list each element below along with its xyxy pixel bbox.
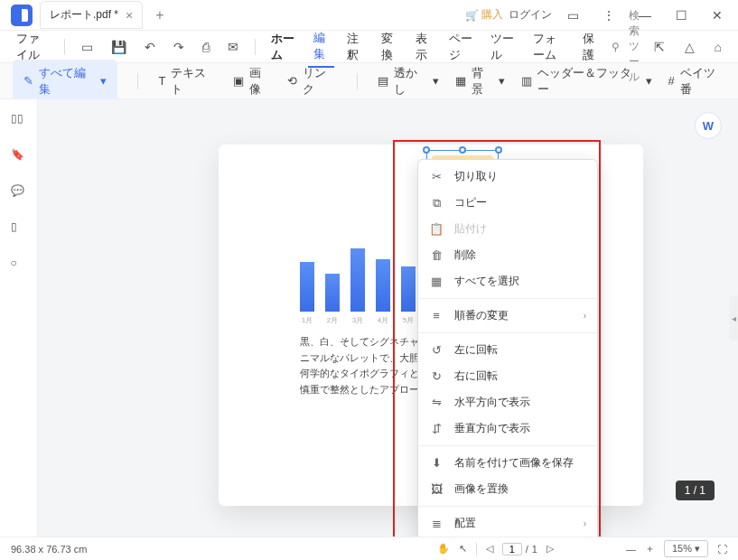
cut-icon: ✂ <box>429 170 444 183</box>
ctx-rotate-left[interactable]: ↺左に回転 <box>418 337 597 363</box>
zoom-select[interactable]: 15% ▾ <box>664 540 708 557</box>
zoom-out-icon[interactable]: — <box>626 544 636 555</box>
header-footer-icon: ▥ <box>521 74 532 88</box>
align-icon: ≣ <box>429 517 444 530</box>
flip-h-icon: ⇋ <box>429 396 444 409</box>
order-icon: ≡ <box>429 309 444 322</box>
open-icon[interactable]: ▭ <box>76 36 98 58</box>
ctx-flip-h[interactable]: ⇋水平方向で表示 <box>418 389 597 415</box>
delete-icon: 🗑 <box>429 248 444 262</box>
search-panel-icon[interactable]: ○ <box>11 257 27 273</box>
copy-icon: ⧉ <box>429 196 444 210</box>
tool-header-footer[interactable]: ▥ヘッダー＆フッター▾ <box>521 65 651 98</box>
notification-icon[interactable]: ▭ <box>557 3 588 28</box>
context-menu: ✂切り取り ⧉コピー 📋貼付け 🗑削除 ▦すべてを選択 ≡順番の変更› ↺左に回… <box>417 159 598 560</box>
print-icon[interactable]: ⎙ <box>197 36 215 58</box>
tool-watermark[interactable]: ▤透かし▾ <box>378 65 439 98</box>
bar-label: 2月 <box>325 315 340 325</box>
next-page-icon[interactable]: ▷ <box>546 543 554 555</box>
paste-icon: 📋 <box>429 222 444 236</box>
bar <box>401 266 416 312</box>
menu-home[interactable]: ホーム <box>266 27 300 67</box>
cart-icon: 🛒 <box>465 9 479 22</box>
rotate-left-icon: ↺ <box>429 343 444 357</box>
buy-link[interactable]: 🛒 購入 <box>465 7 503 23</box>
save-icon[interactable]: 💾 <box>106 36 132 58</box>
zoom-in-icon[interactable]: ＋ <box>645 542 655 555</box>
canvas[interactable]: W 1月2月3月4月5月6月7月 黒、白、そしてシグネチャーカラーである。 ニマ… <box>38 99 738 537</box>
ctx-rotate-right[interactable]: ↻右に回転 <box>418 363 597 389</box>
ctx-cut[interactable]: ✂切り取り <box>418 163 597 190</box>
edit-toolbar: ✎ すべて編集 ▾ Tテキスト ▣画像 ⟲リンク ▤透かし▾ ▦背景▾ ▥ヘッダ… <box>0 63 738 99</box>
ctx-align[interactable]: ≣配置› <box>418 510 597 537</box>
login-link[interactable]: ログイン <box>509 7 552 23</box>
chevron-down-icon: ▾ <box>499 74 505 88</box>
resize-handle-n[interactable] <box>459 146 466 154</box>
menu-view[interactable]: 表示 <box>410 27 437 67</box>
menu-convert[interactable]: 変換 <box>376 27 403 67</box>
redo-icon[interactable]: ↷ <box>168 36 190 58</box>
ctx-flip-v[interactable]: ⇵垂直方向で表示 <box>418 415 597 442</box>
new-tab-button[interactable]: + <box>148 4 171 27</box>
word-export-button[interactable]: W <box>695 112 722 139</box>
undo-icon[interactable]: ↶ <box>139 36 161 58</box>
resize-handle-nw[interactable] <box>423 146 430 154</box>
cloud-icon[interactable]: △ <box>679 36 700 58</box>
select-tool-icon[interactable]: ↖ <box>459 543 467 555</box>
tool-link[interactable]: ⟲リンク <box>287 65 337 98</box>
chevron-down-icon: ▾ <box>433 74 439 88</box>
search-icon[interactable]: ⚲ <box>612 41 620 53</box>
bar-label: 1月 <box>300 315 314 325</box>
bar-label: 5月 <box>401 315 416 325</box>
thumbnails-icon[interactable]: ▯▯ <box>11 112 27 128</box>
close-tab-icon[interactable]: × <box>126 8 133 23</box>
edit-all-button[interactable]: ✎ すべて編集 ▾ <box>13 60 117 103</box>
page-number-box[interactable]: / 1 <box>502 543 537 555</box>
ctx-copy[interactable]: ⧉コピー <box>418 190 597 216</box>
comment-icon[interactable]: 💬 <box>11 184 27 201</box>
menu-protect[interactable]: 保護 <box>577 27 604 67</box>
document-tab[interactable]: レポート.pdf * × <box>40 1 143 29</box>
resize-handle-ne[interactable] <box>495 146 502 154</box>
chevron-right-icon: › <box>584 311 586 321</box>
bar <box>376 259 390 312</box>
bar <box>325 274 340 312</box>
image-icon: ▣ <box>233 74 244 88</box>
tool-background[interactable]: ▦背景▾ <box>455 65 505 98</box>
hand-tool-icon[interactable]: ✋ <box>437 543 450 555</box>
fit-page-icon[interactable]: ⛶ <box>717 544 727 555</box>
bar-label: 3月 <box>350 315 365 325</box>
rotate-right-icon: ↻ <box>429 369 444 383</box>
share-icon[interactable]: ⇱ <box>649 36 670 58</box>
attachment-icon[interactable]: ▯ <box>11 220 27 237</box>
text-icon: T <box>158 74 165 88</box>
help-icon[interactable]: ⌂ <box>709 36 727 58</box>
menu-page[interactable]: ページ <box>444 27 478 67</box>
page-current-input[interactable] <box>502 543 522 555</box>
tool-image[interactable]: ▣画像 <box>233 65 272 98</box>
chevron-down-icon: ▾ <box>646 74 652 88</box>
tool-text[interactable]: Tテキスト <box>158 65 216 98</box>
bookmark-icon[interactable]: 🔖 <box>11 148 27 164</box>
statusbar: 96.38 x 76.73 cm ✋ ↖ ◁ / 1 ▷ — ＋ 15% ▾ ⛶ <box>0 537 738 560</box>
ctx-save-image[interactable]: ⬇名前を付けて画像を保存 <box>418 450 597 476</box>
dimensions-label: 96.38 x 76.73 cm <box>11 544 87 555</box>
ctx-select-all[interactable]: ▦すべてを選択 <box>418 268 597 294</box>
bar <box>300 262 314 312</box>
expand-right[interactable]: ◂ <box>729 295 738 341</box>
ctx-replace-image[interactable]: 🖼画像を置換 <box>418 476 597 502</box>
chevron-right-icon: › <box>584 518 586 528</box>
tool-bates[interactable]: #ベイツ番 <box>668 65 725 98</box>
ctx-delete[interactable]: 🗑削除 <box>418 242 597 268</box>
prev-page-icon[interactable]: ◁ <box>486 543 493 555</box>
flip-v-icon: ⇵ <box>429 422 444 435</box>
link-icon: ⟲ <box>287 74 297 88</box>
menu-annotate[interactable]: 注釈 <box>341 27 369 67</box>
menubar: ファイル ▭ 💾 ↶ ↷ ⎙ ✉ ホーム 編集 注釈 変換 表示 ページ ツール… <box>0 31 738 63</box>
ctx-order[interactable]: ≡順番の変更› <box>418 303 597 329</box>
email-icon[interactable]: ✉ <box>222 36 244 58</box>
buy-label: 購入 <box>481 7 503 23</box>
menu-edit[interactable]: 編集 <box>308 26 335 68</box>
menu-tool[interactable]: ツール <box>485 27 519 67</box>
menu-form[interactable]: フォーム <box>528 27 570 67</box>
